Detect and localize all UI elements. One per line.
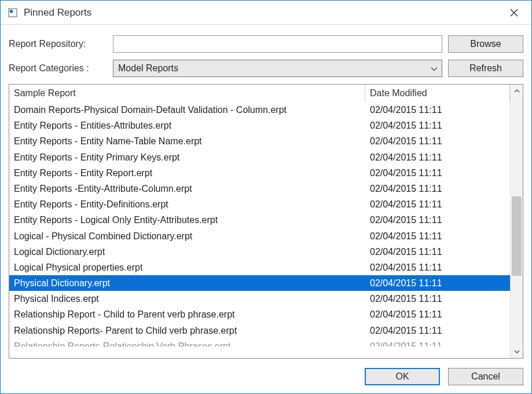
cell-report-name: Entity Reports - Entity Primary Keys.erp… <box>9 149 365 165</box>
cell-report-name: Entity Reports - Logical Only Entity-Att… <box>9 212 365 228</box>
chevron-up-icon <box>514 89 520 93</box>
table-row[interactable]: Entity Reports - Entity Report.erpt02/04… <box>9 165 510 181</box>
chevron-down-icon <box>514 350 520 353</box>
cell-date-modified: 02/04/2015 11:11 <box>365 118 510 133</box>
table-row[interactable]: Entity Reports - Logical Only Entity-Att… <box>9 212 510 228</box>
cell-date-modified: 02/04/2015 11:11 <box>365 338 510 346</box>
table-row[interactable]: Entity Reports - Entity Name-Table Name.… <box>9 133 510 149</box>
table-row[interactable]: Entity Reports - Entity-Definitions.erpt… <box>9 196 510 212</box>
column-header-name[interactable]: Sample Report <box>9 85 365 102</box>
ok-button[interactable]: OK <box>365 368 440 385</box>
cell-date-modified: 02/04/2015 11:11 <box>365 260 510 275</box>
cell-report-name: Entity Reports - Entities-Attributes.erp… <box>9 118 365 133</box>
cell-report-name: Physical Dictionary.erpt <box>9 275 365 291</box>
repository-row: Report Repository: Browse <box>9 35 523 53</box>
table-body: Domain Reports-Physical Domain-Default V… <box>9 102 510 358</box>
cell-date-modified: 02/04/2015 11:11 <box>365 307 510 322</box>
cancel-button[interactable]: Cancel <box>448 368 523 385</box>
repository-label: Report Repository: <box>9 39 107 49</box>
cell-report-name: Entity Reports - Entity-Definitions.erpt <box>9 196 365 212</box>
cell-report-name: Relationship Report - Child to Parent ve… <box>9 307 365 322</box>
table-row[interactable]: Logical - Physical Combined Dictionary.e… <box>9 228 510 244</box>
categories-selected-value: Model Reports <box>113 60 442 77</box>
svg-rect-1 <box>10 10 13 13</box>
cell-date-modified: 02/04/2015 11:11 <box>365 228 510 244</box>
table-row[interactable]: Domain Reports-Physical Domain-Default V… <box>9 102 510 118</box>
cell-report-name: Logical Physical properties.erpt <box>9 260 365 275</box>
cell-date-modified: 02/04/2015 11:11 <box>365 212 510 228</box>
dialog-body: Report Repository: Browse Report Categor… <box>1 25 531 362</box>
vertical-scrollbar[interactable] <box>510 85 523 358</box>
table-row[interactable]: Entity Reports - Entity Primary Keys.erp… <box>9 149 510 165</box>
categories-select[interactable]: Model Reports <box>113 60 442 77</box>
scrollbar-thumb[interactable] <box>512 196 522 276</box>
dialog-footer: OK Cancel <box>1 362 531 393</box>
cell-date-modified: 02/04/2015 11:11 <box>365 181 510 196</box>
titlebar: Pinned Reports <box>1 1 531 25</box>
close-button[interactable] <box>502 4 526 21</box>
column-header-date[interactable]: Date Modified <box>365 85 510 102</box>
browse-button[interactable]: Browse <box>448 35 523 53</box>
cell-date-modified: 02/04/2015 11:11 <box>365 291 510 307</box>
cell-report-name: Entity Reports -Entity-Attribute-Column.… <box>9 181 365 196</box>
table-row[interactable]: Physical Indices.erpt02/04/2015 11:11 <box>9 291 510 307</box>
cell-report-name: Entity Reports - Entity Report.erpt <box>9 165 365 181</box>
scrollbar-track[interactable] <box>511 97 523 345</box>
table-row[interactable]: Entity Reports - Entities-Attributes.erp… <box>9 118 510 133</box>
cell-report-name: Relationship Reports-Relationship Verb P… <box>9 338 365 346</box>
table-row[interactable]: Relationship Reports-Relationship Verb P… <box>9 338 510 346</box>
app-icon <box>8 8 18 18</box>
cell-date-modified: 02/04/2015 11:11 <box>365 149 510 165</box>
table-header: Sample Report Date Modified <box>9 85 510 102</box>
table-row[interactable]: Entity Reports -Entity-Attribute-Column.… <box>9 181 510 196</box>
scroll-down-button[interactable] <box>511 345 523 358</box>
table-row[interactable]: Physical Dictionary.erpt02/04/2015 11:11 <box>9 275 510 291</box>
cell-report-name: Entity Reports - Entity Name-Table Name.… <box>9 133 365 149</box>
table-row[interactable]: Relationship Reports- Parent to Child ve… <box>9 323 510 338</box>
scroll-up-button[interactable] <box>511 85 523 97</box>
table-row[interactable]: Relationship Report - Child to Parent ve… <box>9 307 510 322</box>
window-title: Pinned Reports <box>24 7 502 19</box>
cell-date-modified: 02/04/2015 11:11 <box>365 165 510 181</box>
cell-date-modified: 02/04/2015 11:11 <box>365 323 510 338</box>
cell-report-name: Relationship Reports- Parent to Child ve… <box>9 323 365 338</box>
cell-report-name: Physical Indices.erpt <box>9 291 365 307</box>
reports-table: Sample Report Date Modified Domain Repor… <box>9 84 523 359</box>
repository-input[interactable] <box>113 35 442 53</box>
categories-label: Report Categories : <box>9 63 107 74</box>
cell-report-name: Logical - Physical Combined Dictionary.e… <box>9 228 365 244</box>
cell-date-modified: 02/04/2015 11:11 <box>365 244 510 260</box>
cell-date-modified: 02/04/2015 11:11 <box>365 102 510 118</box>
cell-date-modified: 02/04/2015 11:11 <box>365 275 510 291</box>
table-row[interactable]: Logical Dictionary.erpt02/04/2015 11:11 <box>9 244 510 260</box>
refresh-button[interactable]: Refresh <box>448 60 523 77</box>
cell-date-modified: 02/04/2015 11:11 <box>365 133 510 149</box>
pinned-reports-dialog: Pinned Reports Report Repository: Browse… <box>0 0 532 394</box>
close-icon <box>510 9 518 17</box>
categories-row: Report Categories : Model Reports Refres… <box>9 60 523 77</box>
table-row[interactable]: Logical Physical properties.erpt02/04/20… <box>9 260 510 275</box>
cell-date-modified: 02/04/2015 11:11 <box>365 196 510 212</box>
cell-report-name: Logical Dictionary.erpt <box>9 244 365 260</box>
cell-report-name: Domain Reports-Physical Domain-Default V… <box>9 102 365 118</box>
